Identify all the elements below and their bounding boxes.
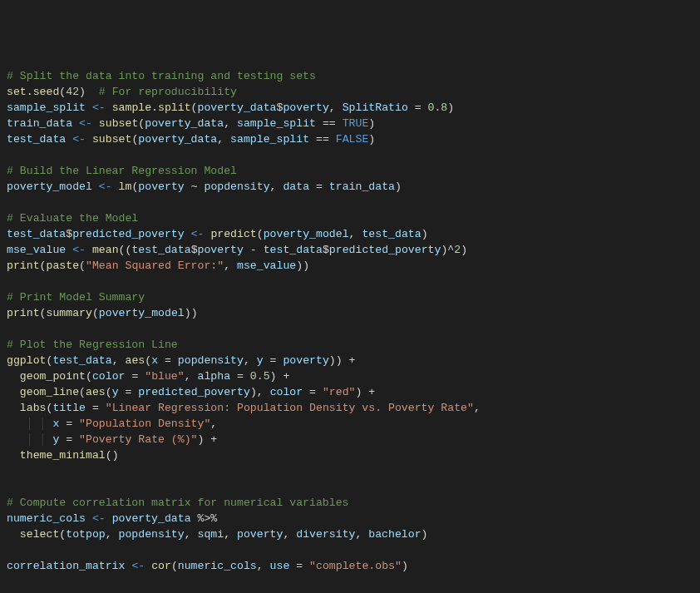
code-token: "red" — [323, 386, 356, 398]
code-token: predicted_poverty — [72, 228, 185, 240]
code-token: "Linear Regression: Population Density v… — [106, 402, 474, 414]
code-token: , — [270, 180, 283, 193]
code-token: ) — [79, 86, 86, 98]
code-token: print — [7, 259, 40, 272]
code-line[interactable] — [7, 321, 693, 337]
code-token: , — [112, 354, 126, 367]
code-token — [7, 449, 20, 462]
code-line[interactable]: mse_value <- mean((test_data$poverty - t… — [7, 242, 693, 258]
code-token: == — [316, 117, 343, 130]
code-line[interactable]: # Evaluate the Model — [7, 210, 693, 226]
code-token — [66, 244, 72, 256]
code-token — [7, 433, 27, 446]
code-line[interactable]: # Plot the Regression Line — [7, 337, 693, 353]
code-line[interactable] — [7, 479, 693, 495]
code-token: ( — [92, 307, 99, 319]
code-token: train_data — [7, 117, 72, 130]
code-token: "blue" — [145, 370, 184, 383]
code-line[interactable]: print(paste("Mean Squared Error:", mse_v… — [7, 258, 693, 274]
code-token: test_data — [131, 244, 190, 256]
code-token: predicted_poverty — [329, 244, 441, 256]
code-token: sample_split — [237, 117, 316, 130]
code-token: # Print Model Summary — [7, 291, 145, 304]
code-token: ) — [368, 117, 375, 130]
code-line[interactable]: labs(title = "Linear Regression: Populat… — [7, 400, 693, 416]
code-token: )) — [185, 307, 198, 319]
code-line[interactable]: test_data$predicted_poverty <- predict(p… — [7, 226, 693, 242]
code-line[interactable]: set.seed(42) # For reproducibility — [7, 84, 693, 100]
code-editor[interactable]: # Split the data into training and testi… — [7, 68, 693, 593]
code-token: == — [309, 133, 336, 146]
code-token: ( — [191, 101, 198, 114]
code-token: popdensity — [204, 180, 269, 193]
code-token: y — [257, 354, 264, 367]
code-token: poverty — [198, 244, 244, 256]
code-token — [7, 370, 20, 383]
code-token: = — [119, 386, 139, 398]
code-token — [7, 386, 20, 398]
code-token: , — [217, 133, 230, 146]
code-line[interactable]: print(summary(poverty_model)) — [7, 305, 693, 321]
code-token: test_data — [7, 228, 66, 240]
code-line[interactable] — [7, 463, 693, 479]
code-line[interactable]: │ │ y = "Poverty Rate (%)") + — [7, 432, 693, 447]
code-line[interactable]: # Plot the correlation heatmap — [7, 590, 693, 593]
code-token: alpha — [198, 370, 231, 383]
code-line[interactable]: # Compute correlation matrix for numeric… — [7, 495, 693, 511]
code-line[interactable]: test_data <- subset(poverty_data, sample… — [7, 131, 693, 147]
code-token: print — [7, 307, 40, 319]
code-token: poverty_data — [112, 512, 191, 525]
code-token: "Poverty Rate (%)" — [79, 433, 197, 446]
code-token: predict — [210, 228, 256, 240]
code-token: poverty_model — [7, 180, 92, 193]
code-line[interactable]: geom_line(aes(y = predicted_poverty), co… — [7, 384, 693, 400]
code-token: <- — [72, 244, 86, 256]
code-token: summary — [47, 307, 92, 319]
code-token: aes — [86, 386, 106, 398]
code-token: ), — [250, 386, 270, 398]
code-token: labs — [20, 402, 47, 414]
code-token — [112, 180, 119, 193]
code-token: SplitRatio — [343, 101, 408, 114]
code-token: sample_split — [230, 133, 309, 146]
code-token: geom_point — [20, 370, 86, 383]
code-line[interactable]: theme_minimal() — [7, 447, 693, 463]
code-line[interactable]: correlation_matrix <- cor(numeric_cols, … — [7, 558, 693, 574]
code-line[interactable]: numeric_cols <- poverty_data %>% — [7, 511, 693, 526]
code-line[interactable]: train_data <- subset(poverty_data, sampl… — [7, 116, 693, 131]
code-token: , — [224, 117, 237, 130]
code-line[interactable]: select(totpop, popdensity, sqmi, poverty… — [7, 526, 693, 542]
code-line[interactable]: # Build the Linear Regression Model — [7, 163, 693, 179]
code-line[interactable]: poverty_model <- lm(poverty ~ popdensity… — [7, 179, 693, 195]
code-token — [7, 402, 20, 414]
code-token: poverty — [283, 101, 328, 114]
code-line[interactable]: # Split the data into training and testi… — [7, 68, 693, 84]
code-token: ( — [257, 228, 264, 240]
code-line[interactable]: sample_split <- sample.split(poverty_dat… — [7, 100, 693, 116]
code-line[interactable] — [7, 542, 693, 558]
code-token: ) — [421, 528, 428, 541]
code-line[interactable]: ggplot(test_data, aes(x = popdensity, y … — [7, 353, 693, 368]
code-line[interactable] — [7, 195, 693, 210]
code-token: numeric_cols — [178, 560, 257, 572]
code-token: = — [59, 433, 79, 446]
code-token: poverty — [237, 528, 283, 541]
code-line[interactable] — [7, 147, 693, 163]
code-token: paste — [47, 259, 80, 272]
code-line[interactable]: geom_point(color = "blue", alpha = 0.5) … — [7, 368, 693, 384]
code-line[interactable]: │ │ x = "Population Density", — [7, 416, 693, 432]
code-token: ggplot — [7, 354, 46, 367]
code-token: ( — [145, 354, 151, 367]
code-line[interactable] — [7, 274, 693, 289]
code-token: numeric_cols — [7, 512, 86, 525]
code-token: = — [125, 370, 145, 383]
code-line[interactable]: # Print Model Summary — [7, 289, 693, 305]
code-token: 42 — [66, 86, 79, 98]
code-token: , — [283, 528, 296, 541]
code-token: correlation_matrix — [7, 560, 125, 572]
code-token: poverty_model — [264, 228, 349, 240]
code-token: geom_line — [20, 386, 79, 398]
code-line[interactable] — [7, 574, 693, 590]
code-token: ) — [402, 560, 408, 572]
code-token — [106, 101, 112, 114]
